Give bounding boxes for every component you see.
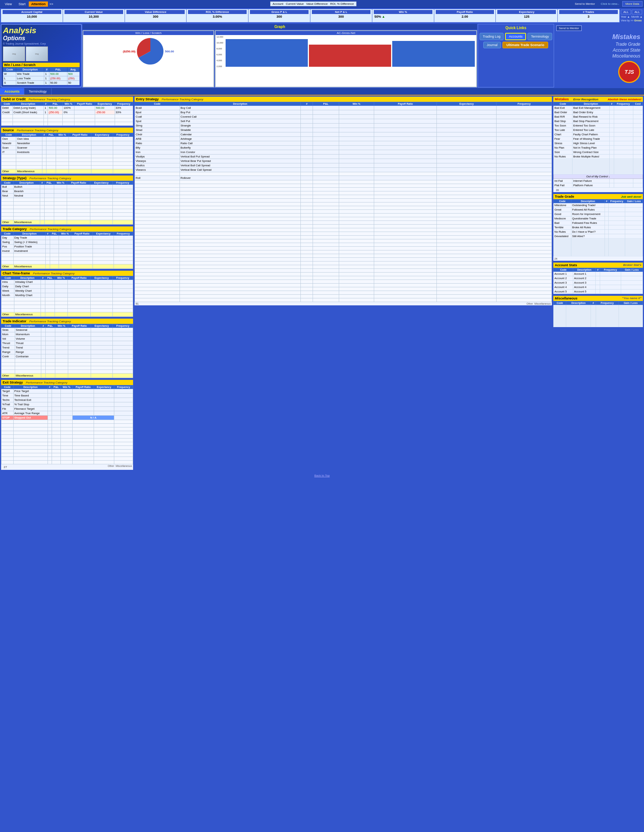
table-row: Too SoonEntered Too Soon <box>554 123 643 128</box>
back-to-top-link[interactable]: Back to Top <box>313 472 331 479</box>
table-row: RangeRange <box>2 350 133 354</box>
tab-accounts[interactable]: Accounts <box>0 88 24 95</box>
y-axis-label: 10,000 <box>216 42 223 44</box>
table-row: Bad StopBad Stop Placement <box>554 119 643 123</box>
table-row: VolVolume <box>2 337 133 341</box>
wl-col-num: # <box>44 67 50 72</box>
account-stats-header: Account Stats Broker Stat's <box>553 262 643 268</box>
col-pl: P&L <box>46 133 56 137</box>
table-row <box>135 239 552 243</box>
col-num: # <box>46 232 50 236</box>
payoff-cell: Payoff Ratio 2.00 <box>434 9 496 22</box>
table-row <box>135 202 552 206</box>
table-row <box>135 236 552 239</box>
table-row <box>135 247 552 250</box>
journal-button[interactable]: Journal <box>483 42 501 48</box>
terminology-button[interactable]: Terminology <box>527 33 552 40</box>
win-pct-cell: Win % 50% ▲ <box>372 9 434 22</box>
graph-title: Graph <box>274 25 285 29</box>
all-button-2[interactable]: ALL <box>632 10 642 14</box>
col-desc: Description <box>13 102 43 106</box>
col-gain-loss: Gain / Loss <box>625 200 643 203</box>
table-row <box>2 158 133 162</box>
source-section: Source Performance Tracking Category Cod… <box>1 127 133 174</box>
table-row: IntraIntraday Chart <box>2 280 133 284</box>
credit-payoff <box>75 110 95 115</box>
right-status-panel: Send to Mentor Mistakes Trade Grade Acco… <box>555 24 643 87</box>
col-payoff: Payoff Ratio <box>68 324 91 328</box>
send-mentor-btn[interactable]: Send to Mentor <box>556 26 582 31</box>
table-row <box>2 461 133 464</box>
table-row: Bad OrderBad Order Entry <box>554 110 643 115</box>
col-freq: Frequency <box>113 232 133 236</box>
table-row: BearBearish <box>2 189 133 194</box>
credit-freq: 33% <box>115 110 133 115</box>
entry-footer-num: 91 <box>136 302 139 305</box>
wl-l-desc: Loss Trade <box>16 76 44 81</box>
table-row: Account 3Account 3 <box>554 281 643 285</box>
all-button-1[interactable]: ALL <box>621 10 631 14</box>
trade-indicator-header: Trade Indicator Performance Tracking Cat… <box>1 318 133 324</box>
wl-l-pl: (250.00) <box>50 76 67 81</box>
debit-win: 100% <box>63 106 75 110</box>
table-row <box>135 184 552 188</box>
roi-label: ROI, % Difference <box>330 2 354 6</box>
mistakes-footer-num: 28 <box>555 188 560 192</box>
col-desc: Description <box>179 102 300 106</box>
col-exp: Expectancy <box>94 386 114 389</box>
expectancy-value: 125 <box>497 14 556 19</box>
tab-terminology[interactable]: Terminology <box>24 88 52 95</box>
view-menu[interactable]: View <box>2 1 15 7</box>
table-row: TrendTrend <box>2 346 133 350</box>
col-freq: Frequency <box>600 268 621 272</box>
wl-l-avg: (250) <box>67 76 79 81</box>
attention-button[interactable]: Attention <box>29 2 48 6</box>
table-row <box>2 427 133 431</box>
pie-chart-svg <box>136 37 165 66</box>
trading-log-button[interactable]: Trading Log <box>479 33 504 40</box>
out-of-control-row: Out of My Control ↓ <box>554 174 643 179</box>
table-row <box>2 431 133 435</box>
account-state-status-label: Account State <box>555 48 643 53</box>
table-row <box>2 205 133 209</box>
pie-chart-container: ($250.00) 500.00 <box>83 35 213 67</box>
table-row <box>135 250 552 254</box>
top-navigation-bar: View Start Attention >> Account Current … <box>0 0 644 8</box>
accounts-button[interactable]: Accounts <box>505 33 526 40</box>
expectancy-cell: Expectancy 125 <box>496 9 558 22</box>
col-win: Win % <box>63 102 75 106</box>
credit-code: Credit <box>2 110 13 115</box>
source-table: Code Description # P&L Win % Payoff Rati… <box>1 133 133 174</box>
table-row: VbullpsVertical Bull Put Spread <box>135 155 552 159</box>
table-row: OtherMiscellaneous <box>2 312 133 317</box>
trades-cell: # Trades 3 <box>558 9 619 22</box>
graph-area: Analysis Options © Trading Journal Sprea… <box>0 23 644 88</box>
exit-strategy-header: Exit Strategy Performance Tracking Categ… <box>1 380 133 385</box>
debit-code: Debit <box>2 106 13 110</box>
ultimate-scenario-button[interactable]: Ultimate Trade Scenario <box>502 42 548 48</box>
wl-w-pl: 500.00 <box>50 72 67 76</box>
payoff-value: 2.00 <box>436 14 494 19</box>
start-menu[interactable]: Start <box>15 1 29 7</box>
stop-code: STOP <box>2 416 14 420</box>
arrows-indicator: >> <box>48 2 55 6</box>
table-row: TimeTime Based <box>2 394 133 398</box>
footer: Back to Top <box>0 471 644 480</box>
table-row: ContrContrarian <box>2 354 133 359</box>
table-row <box>135 265 552 269</box>
wl-col-code: Code <box>3 67 16 72</box>
col-pl: P&L <box>45 276 54 280</box>
col-num: # <box>40 181 44 185</box>
col-freq: Frequency <box>497 102 552 106</box>
table-row: ScanScanner <box>2 146 133 150</box>
table-row: Credit Credit (Short trade) 1 (250.00) 0… <box>2 110 133 115</box>
table-row: BputBuy Put <box>135 110 552 115</box>
value-diff-value: 300 <box>126 14 185 19</box>
col-num: # <box>591 301 596 305</box>
table-row: DevastatedStill Alive? <box>554 234 643 238</box>
trades-header: # Trades <box>559 10 618 14</box>
table-row: GoodRoom for Improvement <box>554 212 643 216</box>
table-row <box>135 199 552 202</box>
more-data-button[interactable]: More Data <box>622 1 642 6</box>
table-row: VbullcsVertical Bull Call Spread <box>135 163 552 168</box>
